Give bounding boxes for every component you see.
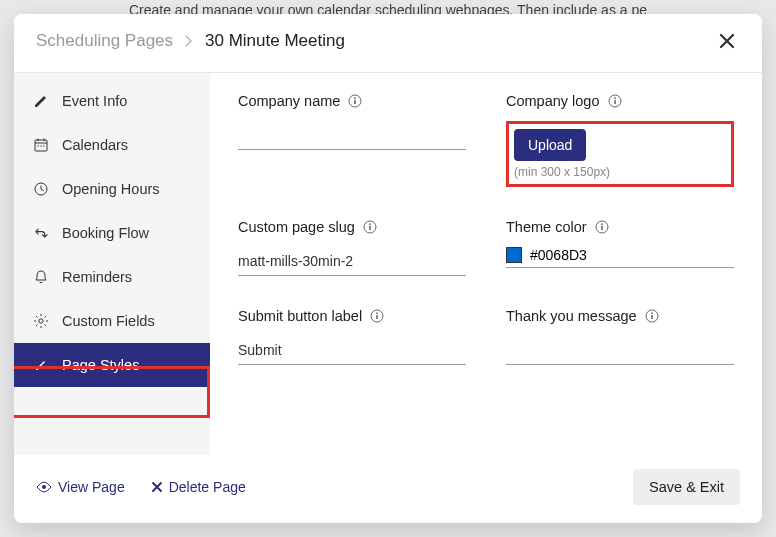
svg-point-10 [354,97,356,99]
svg-point-8 [39,319,43,323]
company-logo-field: Company logo Upload (min 300 x 150px) [506,93,734,187]
submit-label-input[interactable] [238,336,466,365]
svg-rect-11 [355,100,357,104]
pencil-icon [32,93,50,109]
svg-point-6 [43,145,44,146]
view-page-label: View Page [58,479,125,495]
color-value: #0068D3 [530,247,587,263]
delete-page-label: Delete Page [169,479,246,495]
sidebar-item-label: Event Info [62,93,127,109]
theme-color-input[interactable]: #0068D3 [506,247,734,268]
svg-point-4 [37,145,38,146]
svg-rect-20 [601,226,603,230]
sidebar-item-reminders[interactable]: Reminders [14,255,210,299]
breadcrumb: Scheduling Pages 30 Minute Meeting [36,31,345,51]
close-button[interactable] [714,28,740,54]
svg-rect-23 [376,315,378,319]
info-icon[interactable] [348,94,362,108]
theme-color-field: Theme color #0068D3 [506,219,734,268]
submit-label-field: Submit button label [238,308,466,365]
sidebar-item-opening-hours[interactable]: Opening Hours [14,167,210,211]
svg-point-19 [601,223,603,225]
sidebar-item-label: Calendars [62,137,128,153]
x-icon [151,481,163,493]
svg-rect-17 [369,226,371,230]
thank-you-input[interactable] [506,336,734,365]
calendar-icon [32,137,50,153]
close-icon [718,32,736,50]
sidebar-item-custom-fields[interactable]: Custom Fields [14,299,210,343]
sidebar-item-label: Opening Hours [62,181,160,197]
svg-rect-26 [651,315,653,319]
sidebar-item-label: Custom Fields [62,313,155,329]
company-name-input[interactable] [238,121,466,150]
save-exit-button[interactable]: Save & Exit [633,469,740,505]
sidebar-item-label: Page Styles [62,357,139,373]
modal-footer: View Page Delete Page Save & Exit [14,455,762,523]
info-icon[interactable] [608,94,622,108]
field-label: Company name [238,93,340,109]
field-label: Theme color [506,219,587,235]
field-label: Submit button label [238,308,362,324]
svg-point-5 [40,145,41,146]
breadcrumb-root[interactable]: Scheduling Pages [36,31,173,51]
modal-header: Scheduling Pages 30 Minute Meeting [14,14,762,72]
view-page-button[interactable]: View Page [36,479,125,495]
color-swatch [506,247,522,263]
chevron-right-icon [185,35,193,47]
info-icon[interactable] [370,309,384,323]
eye-icon [36,481,52,493]
sidebar: Event Info Calendars Opening Hours Booki… [14,73,210,455]
svg-point-27 [42,485,46,489]
upload-logo-button[interactable]: Upload [514,129,586,161]
modal-body: Event Info Calendars Opening Hours Booki… [14,73,762,455]
thank-you-field: Thank you message [506,308,734,365]
delete-page-button[interactable]: Delete Page [151,479,246,495]
clock-icon [32,181,50,197]
custom-slug-field: Custom page slug [238,219,466,276]
scheduling-page-editor-modal: Scheduling Pages 30 Minute Meeting Event… [14,14,762,523]
info-icon[interactable] [363,220,377,234]
field-label: Company logo [506,93,600,109]
sidebar-item-booking-flow[interactable]: Booking Flow [14,211,210,255]
brush-icon [32,357,50,373]
svg-point-16 [369,223,371,225]
field-label: Thank you message [506,308,637,324]
breadcrumb-current: 30 Minute Meeting [205,31,345,51]
info-icon[interactable] [645,309,659,323]
custom-slug-input[interactable] [238,247,466,276]
sidebar-item-label: Booking Flow [62,225,149,241]
field-label: Custom page slug [238,219,355,235]
sidebar-item-page-styles[interactable]: Page Styles [14,343,210,387]
svg-rect-14 [614,100,616,104]
info-icon[interactable] [595,220,609,234]
page-styles-form: Company name Company logo Upload (min 30… [210,73,762,455]
svg-point-22 [376,312,378,314]
upload-hint: (min 300 x 150px) [514,165,726,179]
svg-point-13 [614,97,616,99]
sidebar-item-event-info[interactable]: Event Info [14,79,210,123]
annotation-highlight-upload: Upload (min 300 x 150px) [506,121,734,187]
svg-point-25 [651,312,653,314]
company-name-field: Company name [238,93,466,150]
sidebar-item-label: Reminders [62,269,132,285]
flow-icon [32,225,50,241]
gear-icon [32,313,50,329]
bell-icon [32,269,50,285]
sidebar-item-calendars[interactable]: Calendars [14,123,210,167]
